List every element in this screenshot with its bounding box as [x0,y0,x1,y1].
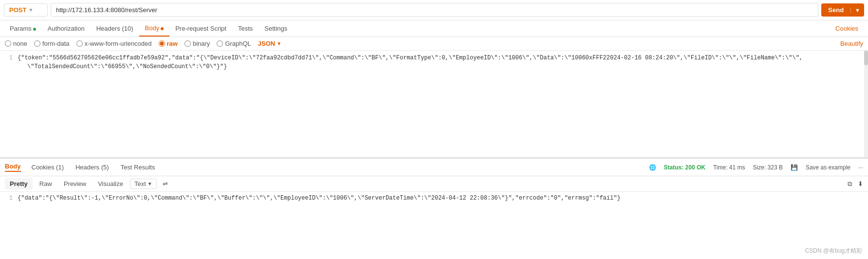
response-tab-cookies[interactable]: Cookies (1) [27,162,69,173]
response-size: Size: 323 B [753,164,783,171]
send-label: Send [821,6,850,14]
option-form-data[interactable]: form-data [34,40,70,47]
beautify-button[interactable]: Beautify [840,40,863,47]
body-dot [161,27,164,30]
option-raw[interactable]: raw [159,40,178,47]
cookies-link[interactable]: Cookies [830,21,864,36]
tab-params[interactable]: Params [4,21,42,36]
json-format-select[interactable]: JSON ▼ [258,40,281,47]
response-time: Time: 41 ms [713,164,745,171]
tab-pre-request[interactable]: Pre-request Script [169,21,232,36]
body-options: none form-data x-www-form-urlencoded raw… [0,37,868,51]
response-format-select[interactable]: Text ▼ [130,179,157,189]
tab-body[interactable]: Body [139,20,170,37]
response-tab-headers[interactable]: Headers (5) [71,162,114,173]
response-title[interactable]: Body [5,163,21,172]
url-input[interactable] [51,3,818,17]
request-tabs: Params Authorization Headers (10) Body P… [0,20,868,37]
response-line-1: 1 {"data":"{\"Result\":-1,\"ErrorNo\":0,… [0,195,868,204]
save-response-icon[interactable]: ⬇ [858,180,863,187]
status-ok-label: Status: 200 OK [664,164,705,171]
method-label: POST [9,6,26,14]
editor-scrollbar-thumb[interactable] [864,51,868,65]
method-chevron-icon: ▼ [28,7,33,13]
response-section: Body Cookies (1) Headers (5) Test Result… [0,158,868,216]
tab-authorization[interactable]: Authorization [42,21,91,36]
code-line-2: \"TotalSendedCount\":\"66955\",\"NoSende… [0,63,868,72]
editor-scrollbar[interactable] [864,51,868,157]
save-icon: 💾 [791,164,798,171]
more-options-icon[interactable]: ··· [858,164,863,171]
response-body: 1 {"data":"{\"Result\":-1,\"ErrorNo\":0,… [0,192,868,216]
copy-response-icon[interactable]: ⧉ [848,180,852,188]
response-content-1: {"data":"{\"Result\":-1,\"ErrorNo\":0,\"… [18,195,868,202]
format-tab-preview[interactable]: Preview [59,178,91,189]
tab-headers[interactable]: Headers (10) [91,21,139,36]
json-chevron-icon: ▼ [277,41,281,46]
code-line-1: 1 {"token":"5566d562705626e06cc1ffadb7e5… [0,55,868,63]
code-content-1: {"token":"5566d562705626e06cc1ffadb7e59a… [18,55,868,61]
response-status-bar: 🌐 Status: 200 OK Time: 41 ms Size: 323 B… [649,164,863,171]
globe-icon: 🌐 [649,164,656,171]
response-format-bar: Pretty Raw Preview Visualize Text ▼ ⇌ ⧉ … [0,176,868,192]
code-content-2: \"TotalSendedCount\":\"66955\",\"NoSende… [18,63,868,70]
option-none[interactable]: none [5,40,27,47]
tab-tests[interactable]: Tests [232,21,259,36]
format-chevron-icon: ▼ [148,181,152,186]
response-header: Body Cookies (1) Headers (5) Test Result… [0,159,868,176]
format-tab-pretty[interactable]: Pretty [5,178,33,189]
request-body-editor[interactable]: 1 {"token":"5566d562705626e06cc1ffadb7e5… [0,51,868,158]
option-x-www[interactable]: x-www-form-urlencoded [76,40,152,47]
url-bar: POST ▼ Send ▼ [0,0,868,20]
response-tab-test-results[interactable]: Test Results [116,162,160,173]
send-dropdown-icon[interactable]: ▼ [850,7,864,13]
option-graphql[interactable]: GraphQL [217,40,251,47]
save-example-button[interactable]: Save as example [806,164,850,171]
method-selector[interactable]: POST ▼ [4,3,48,17]
tab-settings[interactable]: Settings [259,21,293,36]
send-button[interactable]: Send ▼ [821,3,864,17]
format-tab-visualize[interactable]: Visualize [93,178,128,189]
wrap-icon[interactable]: ⇌ [163,180,168,187]
option-binary[interactable]: binary [185,40,210,47]
format-tab-raw[interactable]: Raw [35,178,57,189]
params-dot [33,28,36,31]
